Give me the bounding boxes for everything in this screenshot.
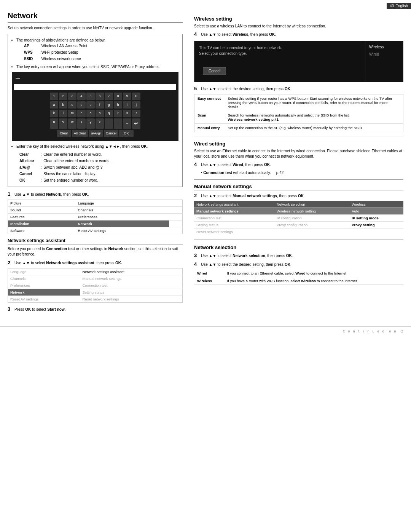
key-cancel[interactable]: Cancel	[104, 130, 118, 137]
menu-cell: Preferences	[76, 214, 169, 220]
key-d[interactable]: d	[77, 101, 86, 109]
wireless-step4-text: Use ▲▼ to select Wireless, then press OK…	[201, 32, 276, 37]
manual-entry-label: Manual entry	[194, 124, 225, 132]
cancel-btn-area: Cancel	[199, 64, 360, 78]
step3-number: 3	[8, 306, 13, 313]
key-all-clear[interactable]: All clear	[72, 130, 88, 137]
key-l[interactable]: l	[59, 110, 67, 117]
left-column: Network Set up network connection settin…	[8, 11, 183, 315]
key-b[interactable]: b	[59, 101, 67, 109]
key-i[interactable]: i	[123, 101, 131, 109]
page-lang: English	[395, 4, 408, 8]
key-8[interactable]: 8	[114, 93, 122, 100]
manual-step2-instruction: 2 Use ▲▼ to select Manual network settin…	[194, 192, 403, 199]
net-sel-step3-instruction: 3 Use ▲▼ to select Network selection, th…	[194, 252, 403, 259]
key-u[interactable]: u	[50, 118, 58, 129]
wireless-option-wired[interactable]: Wired	[369, 52, 399, 56]
key-clear[interactable]: Clear	[57, 130, 71, 137]
key-p[interactable]: p	[96, 110, 104, 117]
wireless-intro: Select to use a wireless LAN to connect …	[194, 24, 403, 29]
key-f[interactable]: f	[96, 101, 104, 109]
key-q[interactable]: q	[105, 110, 113, 117]
manual-net-cell	[274, 228, 349, 235]
wireless-step4-instruction: 4 Use ▲▼ to select Wireless, then press …	[194, 31, 403, 38]
step1-text: Use ▲▼ to select Network, then press OK.	[14, 192, 89, 197]
manual-entry-desc: Set up the connection to the AP (e.g. wi…	[225, 124, 403, 132]
key-s[interactable]: s	[123, 110, 131, 117]
manual-net-cell: Auto	[349, 208, 403, 214]
step3-instruction: 3 Press OK to select Start now.	[8, 306, 183, 313]
key-enter[interactable]: ↵	[132, 118, 140, 129]
key-v[interactable]: v	[59, 118, 67, 129]
key-7[interactable]: 7	[105, 93, 113, 100]
easy-connect-row: Easy connect Select this setting if your…	[194, 94, 403, 111]
wired-selection-label: Wired	[194, 270, 224, 277]
key-dot[interactable]: .	[105, 118, 113, 129]
menu-cell: Reset network settings	[80, 296, 183, 303]
key-0[interactable]: 0	[132, 93, 140, 100]
manual-net-cell: IP setting mode	[349, 214, 403, 221]
wired-step4-number: 4	[194, 161, 199, 168]
key-5[interactable]: 5	[86, 93, 95, 100]
wired-selection-desc: If you connect to an Ethernet cable, sel…	[224, 270, 403, 277]
net-sel-step4-text: Use ▲▼ to select the desired setting, th…	[201, 262, 292, 267]
key-g[interactable]: g	[105, 101, 113, 109]
manual-network-heading: Manual network settings	[194, 184, 403, 190]
key-a[interactable]: a	[50, 101, 58, 109]
key-t[interactable]: t	[132, 110, 140, 117]
key-r[interactable]: r	[114, 110, 122, 117]
cancel-button[interactable]: Cancel	[203, 67, 226, 75]
key-underscore[interactable]: _	[123, 118, 131, 129]
menu-row-active: Installation Network	[8, 220, 183, 227]
menu-row: Picture Language	[8, 200, 183, 207]
net-sel-step3-number: 3	[194, 252, 199, 259]
manual-entry-row: Manual entry Set up the connection to th…	[194, 124, 403, 132]
manual-step2-text: Use ▲▼ to select Manual network settings…	[201, 193, 305, 199]
step5-instruction: 5 Use ▲▼ to select the desired setting, …	[194, 85, 403, 92]
key-x[interactable]: x	[77, 118, 86, 129]
key-6[interactable]: 6	[96, 93, 104, 100]
menu-cell: Software	[8, 227, 76, 234]
key-h[interactable]: h	[114, 101, 122, 109]
wireless-heading: Wireless setting	[194, 16, 403, 22]
key-9[interactable]: 9	[123, 93, 131, 100]
menu-cell: Language	[76, 200, 169, 207]
wired-heading: Wired setting	[194, 141, 403, 147]
key-z[interactable]: z	[96, 118, 104, 129]
step1-number: 1	[8, 191, 13, 198]
key-ok[interactable]: OK	[119, 130, 134, 137]
key-dash[interactable]: -	[114, 118, 122, 129]
key-2[interactable]: 2	[59, 93, 67, 100]
key-w[interactable]: w	[68, 118, 76, 129]
key-e[interactable]: e	[86, 101, 95, 109]
info-box: The meanings of abbreviations are define…	[8, 34, 183, 187]
key-j[interactable]: j	[132, 101, 140, 109]
step5-number: 5	[194, 85, 199, 92]
wireless-step4-number: 4	[194, 31, 199, 38]
note2: Enter the key of the selected wireless n…	[16, 144, 178, 149]
page-number-badge: 40 English	[387, 3, 411, 9]
menu-cell: Channels	[8, 275, 80, 282]
key-3[interactable]: 3	[68, 93, 76, 100]
key-m[interactable]: m	[68, 110, 76, 117]
key-case[interactable]: a/A/@	[89, 130, 103, 137]
key-n[interactable]: n	[77, 110, 86, 117]
menu-cell	[169, 200, 183, 207]
key-1[interactable]: 1	[50, 93, 58, 100]
menu-row-active: Network Setting status	[8, 289, 183, 296]
menu-table-2: Language Network settings assistant Chan…	[8, 268, 183, 303]
key-c[interactable]: c	[68, 101, 76, 109]
wireless-option-wireless[interactable]: Wireless	[369, 45, 399, 49]
wireless-connection-box: This TV can be connected to your home ne…	[194, 41, 403, 82]
page-num: 40	[390, 4, 394, 8]
menu-cell	[169, 214, 183, 220]
key-y[interactable]: y	[86, 118, 95, 129]
manual-net-cell: Proxy configuration	[274, 221, 349, 228]
right-column: Wireless setting Select to use a wireles…	[190, 11, 403, 315]
key-k[interactable]: k	[50, 110, 58, 117]
net-sel-step4-instruction: 4 Use ▲▼ to select the desired setting, …	[194, 261, 403, 268]
key-o[interactable]: o	[86, 110, 95, 117]
easy-connect-desc: Select this setting if your router has a…	[225, 94, 403, 111]
key-4[interactable]: 4	[77, 93, 86, 100]
network-assistant-intro: Before you proceed to Connection test or…	[8, 246, 183, 257]
